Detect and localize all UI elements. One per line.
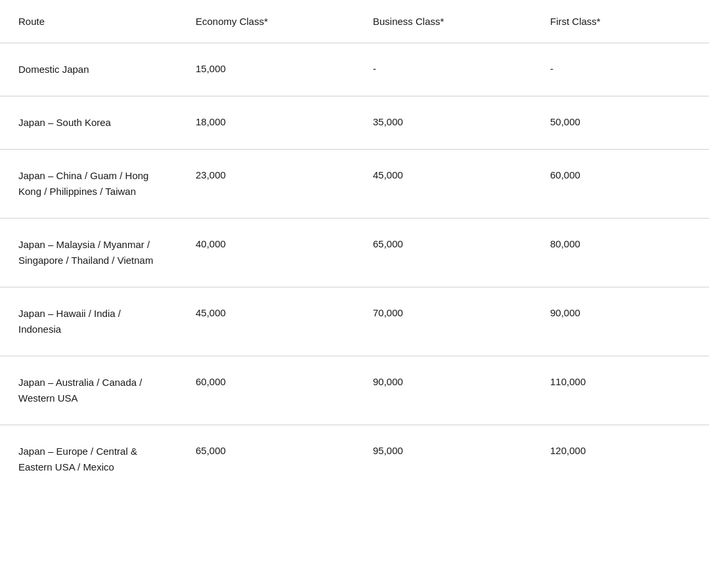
cell-first-japan-australia: 110,000 — [532, 356, 709, 425]
table-row: Japan – Hawaii / India / Indonesia45,000… — [0, 287, 709, 356]
route-name: Japan – Malaysia / Myanmar / Singapore /… — [18, 239, 153, 266]
miles-table-container: Route Economy Class* Business Class* Fir… — [0, 0, 709, 588]
table-row: Domestic Japan15,000-- — [0, 43, 709, 96]
cell-economy-japan-malaysia: 40,000 — [177, 219, 354, 287]
cell-first-japan-hawaii: 90,000 — [532, 287, 709, 356]
cell-business-japan-china-guam: 45,000 — [354, 150, 532, 219]
header-economy: Economy Class* — [177, 0, 354, 43]
cell-economy-japan-australia: 60,000 — [177, 356, 354, 425]
header-route: Route — [0, 0, 177, 43]
cell-route-japan-hawaii: Japan – Hawaii / India / Indonesia — [0, 287, 177, 356]
cell-first-japan-europe: 120,000 — [532, 425, 709, 494]
route-name: Japan – Hawaii / India / Indonesia — [18, 308, 121, 335]
cell-economy-domestic-japan: 15,000 — [177, 43, 354, 96]
award-miles-table: Route Economy Class* Business Class* Fir… — [0, 0, 709, 494]
header-business: Business Class* — [354, 0, 532, 43]
cell-economy-japan-europe: 65,000 — [177, 425, 354, 494]
table-row: Japan – Malaysia / Myanmar / Singapore /… — [0, 219, 709, 287]
cell-business-japan-australia: 90,000 — [354, 356, 532, 425]
table-row: Japan – South Korea18,00035,00050,000 — [0, 96, 709, 150]
cell-first-domestic-japan: - — [532, 43, 709, 96]
table-header-row: Route Economy Class* Business Class* Fir… — [0, 0, 709, 43]
table-row: Japan – China / Guam / Hong Kong / Phili… — [0, 150, 709, 219]
cell-business-domestic-japan: - — [354, 43, 532, 96]
cell-route-japan-china-guam: Japan – China / Guam / Hong Kong / Phili… — [0, 150, 177, 219]
cell-first-japan-malaysia: 80,000 — [532, 219, 709, 287]
route-name: Japan – Australia / Canada / Western USA — [18, 377, 142, 404]
cell-route-japan-south-korea: Japan – South Korea — [0, 96, 177, 150]
cell-route-domestic-japan: Domestic Japan — [0, 43, 177, 96]
cell-business-japan-hawaii: 70,000 — [354, 287, 532, 356]
cell-economy-japan-south-korea: 18,000 — [177, 96, 354, 150]
cell-route-japan-australia: Japan – Australia / Canada / Western USA — [0, 356, 177, 425]
route-name: Japan – South Korea — [18, 117, 111, 128]
cell-economy-japan-hawaii: 45,000 — [177, 287, 354, 356]
cell-route-japan-europe: Japan – Europe / Central & Eastern USA /… — [0, 425, 177, 494]
route-name: Japan – China / Guam / Hong Kong / Phili… — [18, 170, 148, 197]
cell-business-japan-south-korea: 35,000 — [354, 96, 532, 150]
cell-first-japan-china-guam: 60,000 — [532, 150, 709, 219]
route-name: Japan – Europe / Central & Eastern USA /… — [18, 446, 137, 472]
cell-economy-japan-china-guam: 23,000 — [177, 150, 354, 219]
route-name: Domestic Japan — [18, 64, 89, 75]
table-row: Japan – Australia / Canada / Western USA… — [0, 356, 709, 425]
cell-business-japan-malaysia: 65,000 — [354, 219, 532, 287]
cell-first-japan-south-korea: 50,000 — [532, 96, 709, 150]
header-first: First Class* — [532, 0, 709, 43]
cell-route-japan-malaysia: Japan – Malaysia / Myanmar / Singapore /… — [0, 219, 177, 287]
cell-business-japan-europe: 95,000 — [354, 425, 532, 494]
table-row: Japan – Europe / Central & Eastern USA /… — [0, 425, 709, 494]
